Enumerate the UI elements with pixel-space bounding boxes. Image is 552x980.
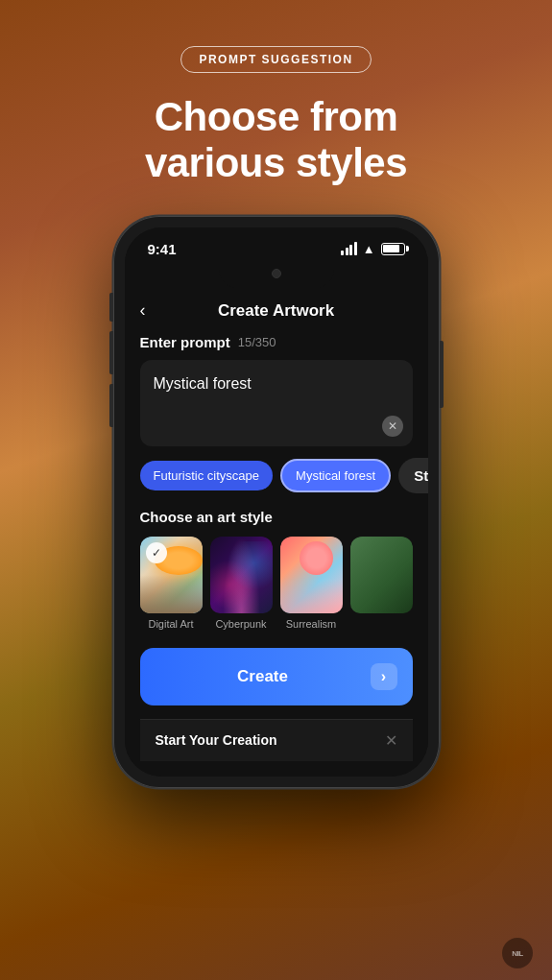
chip-steampunk[interactable]: Steampunk — [398, 458, 427, 493]
art-card-surrealism[interactable]: Surrealism — [280, 537, 343, 633]
signal-bar-1 — [341, 251, 344, 255]
status-icons: ▲ — [341, 242, 404, 256]
status-time: 9:41 — [148, 241, 177, 257]
notch-area — [125, 259, 428, 288]
back-button[interactable]: ‹ — [140, 300, 146, 321]
chip-futuristic-cityscape[interactable]: Futuristic cityscape — [140, 461, 274, 490]
marketing-section: PROMPT SUGGESTION Choose from various st… — [0, 0, 552, 206]
headline-line1: Choose from — [155, 94, 398, 139]
create-button[interactable]: Create › — [140, 648, 413, 705]
phone-side-button-vol-down — [109, 384, 113, 427]
headline: Choose from various styles — [145, 94, 407, 187]
prompt-textarea[interactable]: Mystical forest ✕ — [140, 360, 413, 446]
bottom-bar-label: Start Your Creation — [156, 732, 277, 748]
prompt-label-row: Enter prompt 15/350 — [140, 334, 413, 350]
notch — [219, 259, 334, 288]
battery-icon — [381, 243, 405, 255]
signal-bar-2 — [346, 248, 348, 255]
art-card-extra-partial[interactable] — [350, 537, 413, 633]
art-cards-row: ✓ Digital Art Cyberpunk Surrealism — [140, 537, 413, 633]
suggestion-chips: Futuristic cityscape Mystical forest Ste… — [140, 458, 413, 493]
phone-side-button-power — [440, 341, 444, 408]
signal-bar-3 — [349, 245, 352, 255]
nav-bar: ‹ Create Artwork — [140, 292, 413, 334]
art-card-label-surrealism: Surrealism — [280, 618, 343, 630]
char-count: 15/350 — [238, 335, 276, 349]
logo-circle: NIL — [502, 938, 533, 968]
bottom-bar-close-icon[interactable]: ✕ — [385, 731, 397, 750]
bottom-logo: NIL — [502, 938, 533, 968]
art-image-extra-partial — [350, 537, 413, 613]
app-content: ‹ Create Artwork Enter prompt 15/350 Mys… — [125, 292, 428, 777]
art-card-label-digital-art: Digital Art — [140, 618, 203, 630]
phone-outer: 9:41 ▲ — [113, 216, 440, 788]
headline-line2: various styles — [145, 140, 407, 185]
art-card-label-cyberpunk: Cyberpunk — [210, 618, 273, 630]
art-style-label: Choose an art style — [140, 509, 413, 525]
notch-camera — [272, 269, 281, 278]
bottom-bar: Start Your Creation ✕ — [140, 719, 413, 761]
selected-checkmark: ✓ — [146, 542, 167, 563]
art-card-digital-art[interactable]: ✓ Digital Art — [140, 537, 203, 633]
phone-mockup: 9:41 ▲ — [113, 216, 440, 788]
signal-bar-4 — [354, 242, 357, 255]
chip-mystical-forest[interactable]: Mystical forest — [280, 459, 391, 492]
phone-side-button-vol-up — [109, 331, 113, 374]
art-image-surrealism — [280, 537, 343, 613]
nav-title: Create Artwork — [218, 301, 334, 321]
art-card-cyberpunk[interactable]: Cyberpunk — [210, 537, 273, 633]
prompt-value: Mystical forest — [154, 375, 252, 392]
create-button-arrow-icon: › — [371, 663, 397, 690]
art-image-cyberpunk — [210, 537, 273, 613]
battery-fill — [383, 245, 399, 252]
create-button-label: Create — [156, 667, 371, 686]
phone-side-button-mute — [109, 293, 113, 322]
badge-text: PROMPT SUGGESTION — [199, 53, 352, 66]
wifi-icon: ▲ — [363, 242, 375, 256]
prompt-label: Enter prompt — [140, 334, 230, 350]
phone-inner: 9:41 ▲ — [125, 227, 428, 777]
signal-icon — [341, 242, 357, 255]
prompt-badge: PROMPT SUGGESTION — [180, 46, 371, 73]
art-image-digital-art: ✓ — [140, 537, 203, 613]
clear-button[interactable]: ✕ — [382, 416, 403, 437]
